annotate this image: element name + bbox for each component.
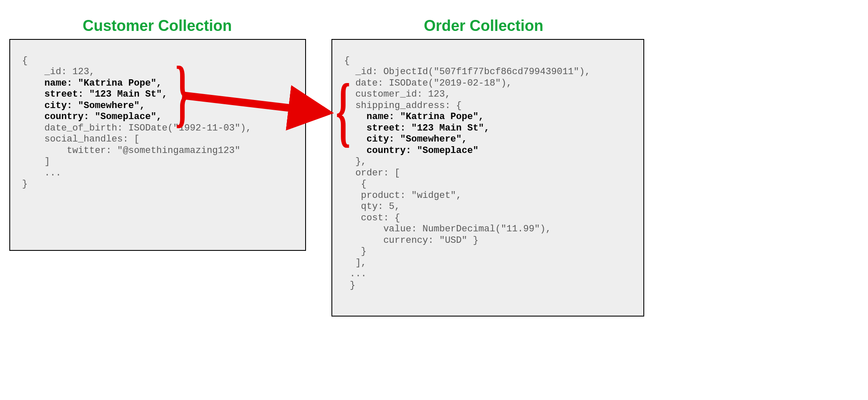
order-code-street: street: "123 Main St", [344, 123, 490, 133]
order-collection-title: Order Collection [424, 17, 543, 35]
order-code-block: { _id: ObjectId("507f1f77bcf86cd79943901… [332, 40, 643, 307]
order-code-city: city: "Somewhere", [344, 134, 467, 144]
customer-code-post: date_of_birth: ISODate("1992-11-03"), so… [22, 123, 251, 190]
customer-code-name: name: "Katrina Pope", [22, 78, 162, 89]
customer-code-street: street: "123 Main St", [22, 89, 167, 100]
customer-code-country: country: "Someplace", [22, 111, 162, 122]
customer-collection-title: Customer Collection [83, 17, 232, 35]
customer-code-panel: { _id: 123, name: "Katrina Pope", street… [9, 39, 306, 251]
customer-code-city: city: "Somewhere", [22, 100, 145, 111]
customer-code-pre: { _id: 123, [22, 56, 95, 78]
order-code-pre: { _id: ObjectId("507f1f77bcf86cd79943901… [344, 56, 590, 111]
group-brace-open-icon: { [336, 66, 351, 156]
group-brace-close-icon: } [175, 50, 190, 137]
order-code-country: country: "Someplace" [344, 145, 479, 156]
order-code-name: name: "Katrina Pope", [344, 111, 484, 122]
customer-code-block: { _id: 123, name: "Katrina Pope", street… [10, 40, 305, 206]
order-code-post: }, order: [ { product: "widget", qty: 5,… [344, 156, 551, 291]
order-code-panel: { _id: ObjectId("507f1f77bcf86cd79943901… [331, 39, 644, 317]
